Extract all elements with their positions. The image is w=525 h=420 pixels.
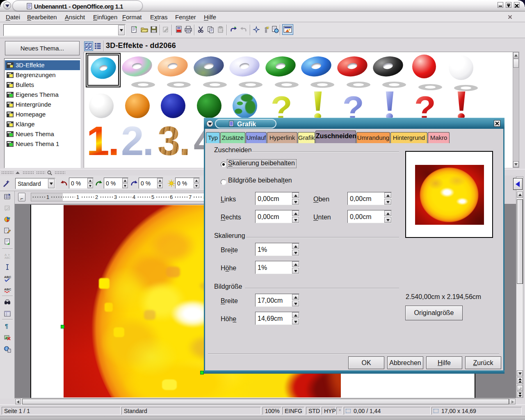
svg-text:¶: ¶: [5, 323, 8, 329]
svg-text:ABC: ABC: [4, 288, 11, 291]
svg-text:ABC: ABC: [4, 275, 11, 279]
svg-text:ABC: ABC: [5, 256, 10, 259]
